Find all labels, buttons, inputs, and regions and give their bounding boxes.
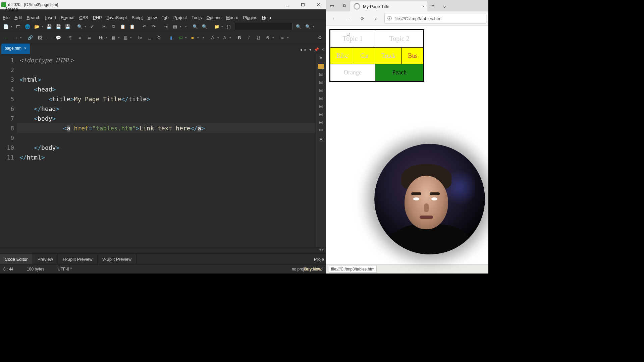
tab-next-icon[interactable]: ▸: [305, 47, 307, 52]
list-ul-icon[interactable]: ≣: [85, 33, 94, 42]
align-icon[interactable]: ≡: [278, 33, 287, 42]
menu-project[interactable]: Project: [173, 14, 187, 21]
home-button[interactable]: ⌂: [370, 12, 382, 24]
italic-icon[interactable]: I: [245, 33, 253, 42]
find-icon[interactable]: 🔍: [191, 22, 200, 31]
tab-actions-icon[interactable]: ▭: [326, 0, 338, 11]
form-icon[interactable]: ▥: [121, 33, 130, 42]
menu-help[interactable]: Help: [262, 14, 271, 21]
scroll-right-icon[interactable]: ▸: [322, 247, 324, 253]
menu-plugins[interactable]: Plugins: [243, 14, 257, 21]
info-icon[interactable]: ⓘ: [387, 15, 392, 21]
menu-php[interactable]: PHP: [93, 14, 102, 21]
find-replace-icon[interactable]: 🔍: [200, 22, 209, 31]
new-tab-button[interactable]: +: [427, 3, 439, 9]
menu-tools[interactable]: Tools: [192, 14, 202, 21]
close-button[interactable]: [311, 0, 326, 9]
br-icon[interactable]: br: [136, 33, 145, 42]
back-button[interactable]: ←: [328, 12, 340, 24]
buy-now-link[interactable]: Buy Now: [304, 267, 321, 272]
cut-icon[interactable]: ✂: [100, 22, 108, 31]
strike-icon[interactable]: S: [263, 33, 272, 42]
menu-insert[interactable]: Insert: [45, 14, 56, 21]
omega-icon[interactable]: Ω: [155, 33, 163, 42]
table-icon[interactable]: ▦: [109, 33, 118, 42]
comment-icon[interactable]: 💬: [54, 33, 63, 42]
tag-icon[interactable]: 🏷: [176, 33, 185, 42]
tab-vsplit[interactable]: V-Split Preview: [98, 254, 137, 264]
back-icon[interactable]: ←: [2, 33, 10, 42]
paste-icon[interactable]: 📋: [118, 22, 127, 31]
menu-bar[interactable]: File Edit Search Insert Format CSS PHP J…: [0, 9, 326, 21]
copy-icon[interactable]: ⧉: [109, 22, 118, 31]
new-window-icon[interactable]: 🗔: [14, 22, 22, 31]
tab-preview[interactable]: Preview: [33, 254, 58, 264]
tabs-menu-icon[interactable]: ⌄: [439, 3, 450, 9]
undo-icon[interactable]: ↶: [140, 22, 149, 31]
menu-view[interactable]: View: [148, 14, 157, 21]
sidebar-more-icon[interactable]: »: [320, 55, 322, 60]
code-text[interactable]: <!doctype HTML> <html> <head> <title>My …: [17, 54, 316, 247]
image-icon[interactable]: 🖼: [35, 33, 44, 42]
open-folder-icon[interactable]: 📂: [33, 22, 41, 31]
forward-icon[interactable]: →: [11, 33, 20, 42]
code-icon[interactable]: <>: [319, 128, 323, 132]
close-tab-icon[interactable]: ×: [422, 4, 425, 9]
menu-options[interactable]: Options: [206, 14, 221, 21]
expand-icon[interactable]: ⊞: [319, 96, 323, 101]
link-icon[interactable]: 🔗: [26, 33, 35, 42]
format-icon[interactable]: ▮: [167, 33, 175, 42]
tab-overview-icon[interactable]: ⧉: [338, 0, 350, 11]
menu-search[interactable]: Search: [26, 14, 40, 21]
browser-icon[interactable]: 🌐: [23, 22, 32, 31]
find-next-icon[interactable]: 🔍: [294, 22, 303, 31]
save-icon[interactable]: 💾: [45, 22, 53, 31]
bracket-icon[interactable]: {·}: [224, 22, 233, 31]
redo-icon[interactable]: ↷: [149, 22, 158, 31]
hr-icon[interactable]: ―: [45, 33, 53, 42]
expand-icon[interactable]: ⊞: [319, 120, 323, 125]
nbsp-icon[interactable]: ⎵: [145, 33, 154, 42]
editor-titlebar[interactable]: d 2020 - [C:\tmp3\page.htm] Pausa: [0, 0, 326, 9]
expand-icon[interactable]: ⊞: [319, 79, 323, 85]
menu-edit[interactable]: Edit: [14, 14, 22, 21]
find-prev-icon[interactable]: 🔍: [304, 22, 312, 31]
expand-icon[interactable]: ⊞: [319, 87, 323, 93]
tab-list-icon[interactable]: ▾: [309, 47, 311, 52]
minimize-button[interactable]: [280, 0, 295, 9]
font-dec-icon[interactable]: A: [220, 33, 229, 42]
expand-icon[interactable]: ⊞: [319, 71, 323, 77]
paragraph-icon[interactable]: ¶: [66, 33, 75, 42]
expand-icon[interactable]: ⊞: [319, 112, 323, 117]
close-all-icon[interactable]: ×: [322, 47, 324, 52]
spellcheck-icon[interactable]: ✔: [88, 22, 96, 31]
tab-prev-icon[interactable]: ◂: [300, 47, 302, 52]
indent-icon[interactable]: ⇥: [161, 22, 170, 31]
menu-file[interactable]: File: [3, 14, 10, 21]
menu-tab[interactable]: Tab: [162, 14, 169, 21]
bold-icon[interactable]: B: [235, 33, 244, 42]
new-file-icon[interactable]: 📄: [2, 22, 10, 31]
reload-button[interactable]: ⟳: [356, 12, 368, 24]
font-inc-icon[interactable]: A: [208, 33, 217, 42]
folder-icon[interactable]: [318, 64, 324, 69]
tab-hsplit[interactable]: H-Split Preview: [58, 254, 98, 264]
highlight-icon[interactable]: ■: [188, 33, 197, 42]
save-as-icon[interactable]: 💾: [63, 22, 72, 31]
file-tab-page[interactable]: page.htm ×: [1, 44, 30, 54]
url-bar[interactable]: ⓘ file:///C:/tmp3/tables.htm: [384, 13, 486, 24]
menu-format[interactable]: Format: [61, 14, 74, 21]
close-tab-icon[interactable]: ×: [24, 46, 26, 51]
heading-icon[interactable]: H₁: [97, 33, 106, 42]
underline-icon[interactable]: U: [254, 33, 263, 42]
window-split-icon[interactable]: ▤: [171, 22, 179, 31]
pin-icon[interactable]: 📌: [314, 47, 319, 52]
save-all-icon[interactable]: 💾: [54, 22, 63, 31]
folder-open-icon[interactable]: 📁: [212, 22, 221, 31]
search-box[interactable]: [235, 23, 292, 30]
menu-css[interactable]: CSS: [79, 14, 88, 21]
menu-script[interactable]: Script: [131, 14, 143, 21]
scroll-left-icon[interactable]: ◂: [319, 247, 321, 253]
menu-javascript[interactable]: JavaScript: [107, 14, 127, 21]
search-icon[interactable]: 🔍: [75, 22, 84, 31]
